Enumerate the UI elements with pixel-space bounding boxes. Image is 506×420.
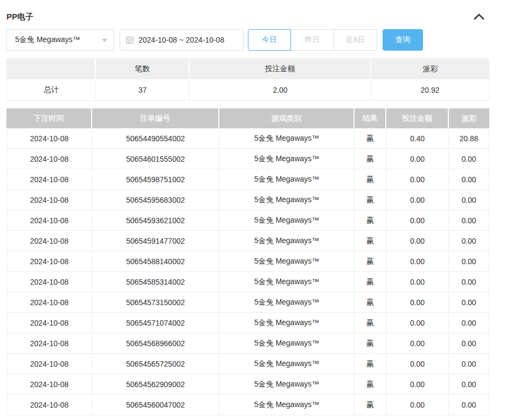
table-cell: 0.00 xyxy=(449,272,489,292)
table-cell: 50654595683002 xyxy=(92,190,219,210)
table-cell: 5金兔 Megaways™ xyxy=(219,210,355,231)
table-cell: 50654560047002 xyxy=(92,395,219,415)
table-cell: 0.00 xyxy=(386,190,449,210)
table-cell: 0.00 xyxy=(386,292,449,313)
table-cell: 2024-10-08 xyxy=(6,149,92,169)
table-cell: 5金兔 Megaways™ xyxy=(219,354,355,374)
table-cell: 2024-10-08 xyxy=(6,272,92,292)
table-cell: 0.00 xyxy=(449,169,489,190)
table-cell: 5金兔 Megaways™ xyxy=(219,190,355,210)
table-cell: 0.00 xyxy=(449,333,489,354)
table-row: 2024-10-08506545881400025金兔 Megaways™赢0.… xyxy=(6,251,489,272)
query-button[interactable]: 查询 xyxy=(383,29,423,51)
table-cell: 赢 xyxy=(355,333,386,354)
table-cell: 2024-10-08 xyxy=(6,333,92,354)
table-cell: 5金兔 Megaways™ xyxy=(219,374,355,395)
table-cell: 赢 xyxy=(355,169,386,190)
game-select[interactable]: 5金兔 Megaways™ xyxy=(6,29,114,51)
yesterday-button[interactable]: 昨日 xyxy=(291,29,334,51)
table-cell: 赢 xyxy=(355,374,386,395)
table-cell: 0.00 xyxy=(449,149,489,169)
chevron-up-icon xyxy=(474,13,484,20)
column-header: 投注金额 xyxy=(386,108,449,128)
table-row: 2024-10-08506545600470025金兔 Megaways™赢0.… xyxy=(6,395,489,415)
table-cell: 50654585314002 xyxy=(92,272,219,292)
table-cell: 0.00 xyxy=(386,333,449,354)
table-cell: 赢 xyxy=(355,251,386,272)
table-cell: 2024-10-08 xyxy=(6,210,92,231)
table-cell: 5金兔 Megaways™ xyxy=(219,333,355,354)
table-cell: 2024-10-08 xyxy=(6,231,92,251)
page-title: PP电子 xyxy=(6,12,33,22)
caret-down-icon xyxy=(102,39,107,42)
table-row: 2024-10-08506545731500025金兔 Megaways™赢0.… xyxy=(6,292,489,313)
table-cell: 0.00 xyxy=(386,272,449,292)
table-cell: 0.00 xyxy=(449,210,489,231)
column-header xyxy=(6,58,96,79)
column-header: 下注时间 xyxy=(6,108,92,128)
date-range-input[interactable]: 2024-10-08 ~ 2024-10-08 xyxy=(120,29,244,51)
table-cell: 2024-10-08 xyxy=(6,190,92,210)
bets-table: 下注时间注单编号游戏类别结果投注金额派彩 2024-10-08506544905… xyxy=(6,108,489,415)
filter-controls: 5金兔 Megaways™ 2024-10-08 ~ 2024-10-08 今日… xyxy=(6,29,500,51)
pp-electronic-panel: PP电子 5金兔 Megaways™ 2024-10-08 ~ 2024-10-… xyxy=(0,0,506,415)
table-cell: 5金兔 Megaways™ xyxy=(219,169,355,190)
table-cell: 赢 xyxy=(355,231,386,251)
last-8-days-button[interactable]: 近8日 xyxy=(334,29,377,51)
column-header: 笔数 xyxy=(96,58,190,79)
table-row: 2024-10-08506545914770025金兔 Megaways™赢0.… xyxy=(6,231,489,251)
calendar-icon xyxy=(126,36,134,44)
table-cell: 总计 xyxy=(6,79,96,101)
table-cell: 0.00 xyxy=(449,190,489,210)
table-cell: 赢 xyxy=(355,292,386,313)
summary-body: 总计372.0020.92 xyxy=(6,79,489,101)
table-cell: 赢 xyxy=(355,128,386,149)
table-cell: 5金兔 Megaways™ xyxy=(219,395,355,415)
today-button[interactable]: 今日 xyxy=(248,29,291,51)
table-cell: 5金兔 Megaways™ xyxy=(219,292,355,313)
table-cell: 0.00 xyxy=(386,149,449,169)
column-header: 派彩 xyxy=(449,108,489,128)
table-cell: 赢 xyxy=(355,210,386,231)
column-header: 注单编号 xyxy=(92,108,219,128)
table-cell: 50654593621002 xyxy=(92,210,219,231)
column-header: 结果 xyxy=(355,108,386,128)
table-cell: 2024-10-08 xyxy=(6,395,92,415)
table-cell: 50654573150002 xyxy=(92,292,219,313)
table-cell: 赢 xyxy=(355,149,386,169)
table-cell: 0.00 xyxy=(386,231,449,251)
table-row: 2024-10-08506545936210025金兔 Megaways™赢0.… xyxy=(6,210,489,231)
table-cell: 2024-10-08 xyxy=(6,169,92,190)
table-cell: 赢 xyxy=(355,272,386,292)
table-cell: 5金兔 Megaways™ xyxy=(219,149,355,169)
table-cell: 50654568966002 xyxy=(92,333,219,354)
table-cell: 20.88 xyxy=(449,128,489,149)
table-cell: 0.00 xyxy=(449,354,489,374)
table-cell: 50654601555002 xyxy=(92,149,219,169)
bets-body: 2024-10-08506544905540025金兔 Megaways™赢0.… xyxy=(6,128,489,415)
table-row: 总计372.0020.92 xyxy=(6,79,489,101)
table-cell: 2.00 xyxy=(190,79,371,101)
table-cell: 赢 xyxy=(355,190,386,210)
quick-date-group: 今日 昨日 近8日 xyxy=(248,29,377,51)
table-cell: 赢 xyxy=(355,313,386,333)
table-row: 2024-10-08506545689660025金兔 Megaways™赢0.… xyxy=(6,333,489,354)
table-cell: 0.00 xyxy=(386,210,449,231)
table-cell: 2024-10-08 xyxy=(6,313,92,333)
table-row: 2024-10-08506545956830025金兔 Megaways™赢0.… xyxy=(6,190,489,210)
table-cell: 50654591477002 xyxy=(92,231,219,251)
table-cell: 50654571074002 xyxy=(92,313,219,333)
table-cell: 5金兔 Megaways™ xyxy=(219,272,355,292)
game-select-value: 5金兔 Megaways™ xyxy=(15,35,80,45)
table-cell: 2024-10-08 xyxy=(6,251,92,272)
table-cell: 50654490554002 xyxy=(92,128,219,149)
collapse-button[interactable] xyxy=(472,9,487,24)
panel-header: PP电子 xyxy=(6,0,500,26)
table-cell: 5金兔 Megaways™ xyxy=(219,313,355,333)
table-cell: 5金兔 Megaways™ xyxy=(219,251,355,272)
table-cell: 0.00 xyxy=(386,251,449,272)
table-row: 2024-10-08506546015550025金兔 Megaways™赢0.… xyxy=(6,149,489,169)
table-cell: 5金兔 Megaways™ xyxy=(219,128,355,149)
table-cell: 37 xyxy=(96,79,190,101)
table-cell: 0.40 xyxy=(386,128,449,149)
